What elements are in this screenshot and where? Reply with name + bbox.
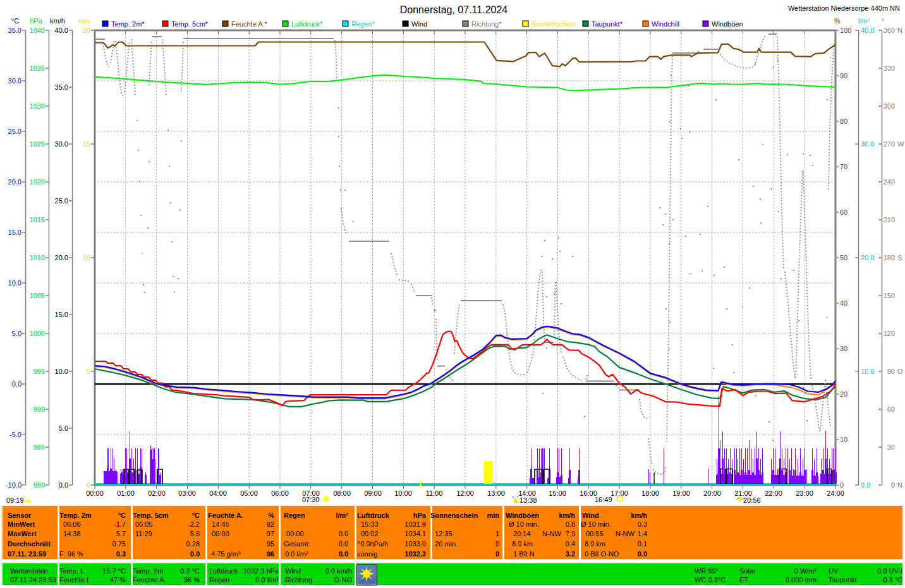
svg-text:120: 120 [884,330,895,337]
svg-text:Taupunkt*: Taupunkt* [592,20,623,28]
svg-text:30.0: 30.0 [8,77,21,85]
svg-text:%: % [834,17,841,25]
svg-text:05:00: 05:00 [240,489,258,497]
svg-text:30.0: 30.0 [55,140,68,148]
svg-text:Feuchte A.*: Feuchte A.* [231,20,268,28]
svg-text:10.0: 10.0 [55,368,68,375]
svg-text:270: 270 [884,140,895,148]
svg-text:Windchill: Windchill [652,20,679,28]
svg-text:N: N [897,27,902,34]
svg-text:20: 20 [840,390,847,398]
svg-text:25.0: 25.0 [8,128,21,135]
svg-text:10.0: 10.0 [861,368,874,375]
svg-text:18:00: 18:00 [641,489,659,497]
svg-text:1010: 1010 [30,254,45,261]
svg-text:°C: °C [11,17,19,25]
svg-text:06:00: 06:00 [271,489,289,497]
svg-text:40.0: 40.0 [55,27,68,34]
svg-text:Wind: Wind [411,20,427,28]
svg-text:20:00: 20:00 [703,489,721,497]
svg-text:Wetterstation Niedersorpe 440m: Wetterstation Niedersorpe 440m NN [788,4,900,12]
svg-text:16:49: 16:49 [595,496,612,503]
svg-text:360: 360 [884,27,895,34]
svg-text:300: 300 [884,102,895,110]
svg-text:15.0: 15.0 [55,311,68,318]
svg-text:hPa: hPa [30,17,42,25]
svg-text:S: S [897,254,902,261]
svg-text:08:00: 08:00 [333,489,351,497]
svg-text:30: 30 [840,345,847,352]
svg-text:1025: 1025 [30,140,45,148]
svg-text:30: 30 [887,443,895,451]
svg-text:09:19: 09:19 [6,496,24,504]
svg-text:l/m²: l/m² [858,17,870,25]
svg-text:40.0: 40.0 [861,27,874,34]
svg-text:210: 210 [884,216,895,224]
svg-text:35.0: 35.0 [55,83,68,91]
svg-text:24:00: 24:00 [827,489,844,497]
svg-text:-10.0: -10.0 [6,481,21,489]
svg-text:1020: 1020 [30,178,45,186]
svg-text:0: 0 [891,481,895,489]
svg-text:1015: 1015 [30,216,45,224]
svg-text:-5.0: -5.0 [9,431,21,438]
svg-text:02:00: 02:00 [148,489,166,497]
svg-text:90: 90 [887,368,895,375]
svg-text:min: min [78,17,90,25]
svg-text:km/h: km/h [50,17,65,25]
svg-text:0.0: 0.0 [12,380,21,388]
svg-text:1000: 1000 [30,330,45,337]
svg-text:1005: 1005 [30,292,45,299]
svg-text:11:00: 11:00 [426,489,443,497]
svg-text:80: 80 [840,117,847,125]
svg-text:Richtung*: Richtung* [471,20,502,28]
svg-text:13:00: 13:00 [487,489,505,497]
svg-text:W: W [897,140,904,148]
svg-text:Regen*: Regen* [351,20,375,28]
svg-text:07:30: 07:30 [302,496,320,503]
svg-text:50: 50 [840,254,847,261]
svg-text:Donnerstag, 07.11.2024: Donnerstag, 07.11.2024 [400,4,508,15]
svg-text:0.0: 0.0 [861,481,870,489]
svg-text:Windböen: Windböen [712,20,743,28]
svg-text:100: 100 [840,27,851,34]
svg-text:°: ° [882,17,884,25]
svg-text:Temp. 2m*: Temp. 2m* [111,20,145,28]
svg-text:00:00: 00:00 [86,489,104,497]
svg-text:20.0: 20.0 [861,254,874,261]
svg-text:70: 70 [840,163,847,171]
svg-text:990: 990 [33,405,45,413]
svg-text:0.0: 0.0 [59,481,68,489]
svg-text:01:00: 01:00 [117,489,135,497]
svg-text:35.0: 35.0 [8,27,21,34]
svg-text:12:00: 12:00 [456,489,474,497]
svg-text:10:00: 10:00 [394,489,412,497]
svg-text:19:00: 19:00 [672,489,690,497]
svg-text:180: 180 [884,254,895,261]
svg-text:15:00: 15:00 [549,489,566,497]
svg-text:20: 20 [83,27,90,34]
svg-text:330: 330 [884,64,895,72]
svg-text:20.0: 20.0 [55,254,68,261]
svg-text:Luftdruck*: Luftdruck* [291,20,323,28]
svg-text:10: 10 [840,436,847,443]
svg-text:09:00: 09:00 [364,489,382,497]
svg-text:40: 40 [840,299,847,307]
svg-text:20:56: 20:56 [743,496,761,504]
svg-text:15: 15 [83,140,90,148]
svg-text:60: 60 [887,405,895,413]
svg-text:980: 980 [33,481,45,489]
svg-text:10.0: 10.0 [8,279,21,287]
svg-text:60: 60 [840,208,847,216]
svg-text:13:38: 13:38 [519,496,537,504]
svg-text:10: 10 [83,254,90,261]
svg-text:1030: 1030 [30,102,45,110]
svg-text:90: 90 [840,72,847,80]
svg-text:5.0: 5.0 [12,330,21,337]
svg-text:995: 995 [33,368,45,375]
svg-text:985: 985 [33,443,45,451]
svg-text:1035: 1035 [30,64,45,72]
svg-text:Temp. 5cm*: Temp. 5cm* [171,20,209,28]
svg-text:1040: 1040 [30,27,45,34]
svg-text:20.0: 20.0 [8,178,21,186]
